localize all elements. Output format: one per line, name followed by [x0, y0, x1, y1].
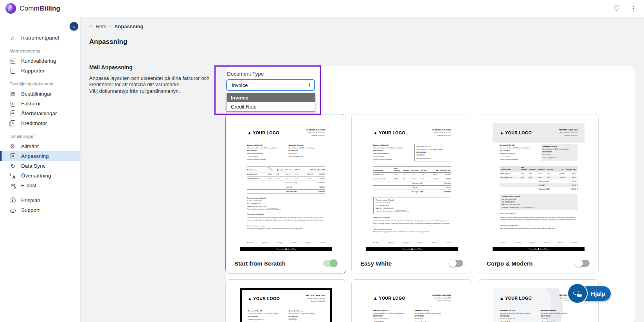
invoice-table-row: Blonde Bio 33cl 1120 240 2.10 € 21 % 105… — [373, 173, 451, 177]
sidebar-item-email[interactable]: ✉ E-post — [0, 181, 80, 190]
seller-email: contact@brasserie-epidor.be — [500, 158, 536, 161]
sidebar-item-orders[interactable]: ✉ Beställningar — [0, 89, 80, 99]
invoice-meta: FACTUUR : SALE-0023 Factuur Datum: 10-06… — [306, 128, 325, 137]
invoice-header: ▲ YOUR LOGO FACTUUR : SALE-0023 Factuur … — [500, 128, 577, 137]
sidebar-item-customization[interactable]: ⚙ Anpassning — [0, 151, 80, 161]
powered-by-bar: Powered by CommBilling — [366, 247, 458, 251]
brand[interactable]: CommBilling — [5, 3, 60, 14]
customer-block: Alexandra Dessaux Rue du Marché 42, 1040… — [414, 309, 451, 322]
seller-email: contact@brasserie-epidor.be — [373, 158, 410, 161]
invoice-table-row: Triple Houblon 33cl 1142 100 2.65 € 21 %… — [247, 177, 325, 181]
customer-name: Alexandra Dessaux — [288, 309, 325, 313]
invoice-total-row: Total VAT 324.32 € — [247, 185, 325, 190]
sidebar-item-translation[interactable]: zA Översättning — [0, 171, 80, 181]
breadcrumb-home-link[interactable]: Hem — [95, 24, 106, 29]
sidebar-section-sales-documents: Försäljningsdokument — [0, 81, 80, 86]
toggle-knob — [449, 259, 457, 267]
customer-email: adessaux@gmail.com — [288, 156, 325, 158]
customer-vat: BE978 853456 — [541, 315, 577, 318]
inbox-icon: ✉ — [9, 91, 16, 97]
section-title: Mall Anpassning — [89, 64, 221, 71]
social-instagram: Instagram — [529, 242, 536, 244]
template-card-row2-2[interactable]: ▲ YOUR LOGO FACTUUR : SALE-0023 Factuur … — [351, 279, 472, 322]
invoice-header: ▲ YOUR LOGO FACTUUR : SALE-0023 Factuur … — [373, 294, 451, 302]
section-description: Anpassa layouten och utseendet på dina f… — [89, 75, 221, 88]
template-enable-toggle[interactable] — [323, 260, 337, 267]
more-options-kebab-icon[interactable]: ⋮ — [630, 5, 637, 12]
chat-bubble-icon — [9, 208, 16, 213]
seller-phone: +32 2 672 88 58 — [373, 156, 410, 158]
sidebar-item-general[interactable]: ⚙ Allmänt — [0, 141, 80, 151]
invoice-date: Factuur Datum: 10-06-2025 — [432, 132, 451, 134]
terms-block: Terms and conditions You have the right … — [247, 213, 325, 221]
social-linkedin: LinkedIn — [572, 242, 577, 244]
invoice-preview: ▲ YOUR LOGO FACTUUR : SALE-0023 Factuur … — [366, 123, 458, 251]
sidebar-item-dashboard[interactable]: ⌂ Instrumentpanel — [0, 33, 80, 43]
sidebar-item-refunds[interactable]: ↩ Återbetalningar — [0, 109, 80, 118]
seller-website: www.brasserie-epidor.be — [373, 318, 410, 320]
refund-receipt-icon: ↩ — [9, 110, 16, 116]
invoice-total-row: Total (incl. VAT) 1 823.50 € — [247, 190, 325, 194]
sidebar-item-invoices[interactable]: € Fakturor — [0, 99, 80, 109]
payment-status: Payment status: Unpaid — [376, 199, 449, 202]
sidebar-item-support[interactable]: Support — [0, 205, 80, 215]
customer-address: Rue du Marché 42, 1040 Ixelles, Belgium — [542, 148, 576, 151]
gear-icon: ⚙ — [9, 143, 16, 149]
invoice-table-row: Triple Houblon 33cl 1142 100 2.65 € 21 %… — [373, 177, 451, 181]
favorites-heart-icon[interactable]: ♡ — [613, 5, 620, 12]
breadcrumb-separator-icon: › — [110, 24, 111, 29]
customer-address: Rue du Marché 42, 1040 Ixelles, Belgium — [414, 312, 451, 315]
template-preview: ▲ YOUR LOGO FACTUUR : SALE-0023 Factuur … — [366, 123, 458, 251]
sidebar-item-pricing-plan[interactable]: € Prisplan — [0, 195, 80, 205]
invoice-preview: ▲ YOUR LOGO FACTUUR : SALE-0023 Factuur … — [240, 123, 332, 251]
breadcrumb-current: Anpassning — [114, 24, 143, 29]
invoice-logo-text: YOUR LOGO — [505, 295, 532, 302]
invoice-addresses: Brasserie L'Épi d'Or Chaussée de Wavre 2… — [373, 144, 451, 161]
seller-block: Brasserie L'Épi d'Or Chaussée de Wavre 2… — [247, 144, 284, 161]
seller-address: Chaussée de Wavre 217, 1050 Ixelles, Bel… — [500, 312, 536, 315]
seller-phone: +32 2 672 88 58 — [500, 156, 536, 158]
customer-address: Rue du Marché 42, 1040 Ixelles, Belgium — [416, 148, 449, 151]
invoice-header: ▲ YOUR LOGO FACTUUR : SALE-0023 Factuur … — [500, 294, 577, 302]
col-vat-rate: VAT rate — [547, 169, 554, 171]
invoice-preview: ▲ YOUR LOGO FACTUUR : SALE-0023 Factuur … — [493, 123, 585, 251]
sidebar-collapse-button[interactable]: ‹ — [70, 22, 78, 31]
social-pinterest: Pinterest — [306, 242, 311, 244]
invoice-total-row: Total VAT 324.32 € — [500, 183, 577, 187]
template-enable-toggle[interactable] — [576, 260, 590, 267]
option-invoice[interactable]: Invoice — [227, 93, 315, 102]
document-type-select[interactable]: Invoice ▲▼ — [226, 79, 315, 91]
seller-website: www.brasserie-epidor.be — [247, 152, 284, 155]
help-chat-icon[interactable] — [567, 283, 588, 304]
sidebar-item-credit-notes[interactable]: ≡ Kreditnotor — [0, 118, 80, 128]
seller-name: Brasserie L'Épi d'Or — [500, 309, 536, 312]
sidebar-item-reports[interactable]: ≡ Rapporter — [0, 66, 80, 76]
percent-document-icon: % — [9, 58, 16, 64]
col-total: Total (incl. VAT) — [564, 169, 576, 171]
select-spinner-icon: ▲▼ — [308, 83, 311, 87]
invoice-due-date: Due date: 30-06-2025 — [432, 300, 451, 302]
sidebar-section-settings: Inställningar — [0, 134, 80, 139]
template-enable-toggle[interactable] — [449, 260, 463, 267]
social-facebook: Facebook — [373, 242, 379, 244]
payment-status: Payment status: Unpaid — [502, 195, 576, 198]
col-total: Total (incl. VAT) — [313, 169, 325, 171]
sidebar-item-data-sync[interactable]: ↻ Data Sync — [0, 161, 80, 171]
breadcrumb-home-icon[interactable]: ⌂ — [89, 23, 92, 29]
template-card-corpo-modern[interactable]: ▲ YOUR LOGO FACTUUR : SALE-0023 Factuur … — [478, 114, 599, 273]
terms-block: Terms and conditions You have the right … — [500, 213, 577, 221]
template-card-easy-white[interactable]: ▲ YOUR LOGO FACTUUR : SALE-0023 Factuur … — [351, 114, 472, 273]
col-qty: Quantity — [403, 170, 412, 172]
option-credit-note[interactable]: Credit Note — [227, 102, 315, 111]
powered-logo-icon — [411, 248, 413, 250]
social-x-twitter: X (Twitter) — [262, 242, 268, 244]
customer-block: Alexandra Dessaux Rue du Marché 42, 1040… — [414, 144, 451, 161]
customer-phone: 0467322943 — [542, 154, 576, 156]
invoice-header: ▲ YOUR LOGO FACTUUR : SALE-0023 Factuur … — [248, 294, 325, 303]
template-card-start-from-scratch[interactable]: ▲ YOUR LOGO FACTUUR : SALE-0023 Factuur … — [225, 114, 346, 273]
col-qty: Quantity — [529, 169, 538, 171]
invoice-due-date: Due date: 30-06-2025 — [306, 134, 325, 137]
template-card-row2-1[interactable]: ▲ YOUR LOGO FACTUUR : SALE-0023 Factuur … — [225, 279, 346, 322]
col-unit: Unit price — [411, 170, 421, 172]
sidebar-item-customer-validation[interactable]: % Kundvalidering — [0, 56, 80, 66]
